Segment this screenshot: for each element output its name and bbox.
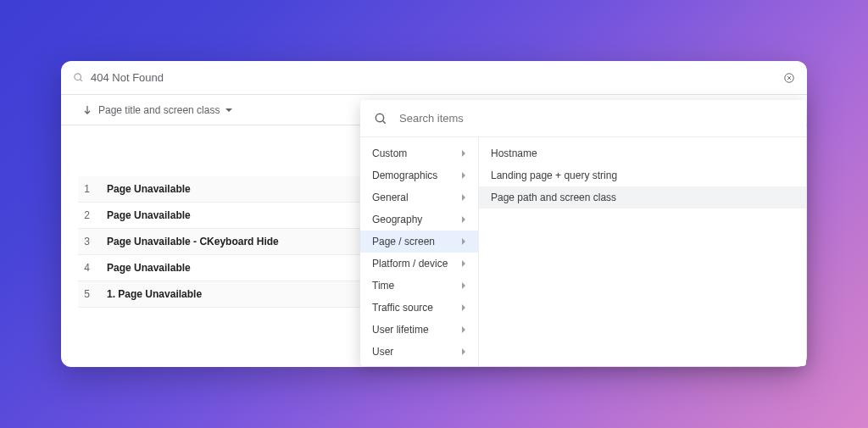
row-index: 1 xyxy=(78,176,102,203)
category-custom[interactable]: Custom xyxy=(360,142,478,164)
category-page-screen[interactable]: Page / screen xyxy=(360,231,478,253)
category-label: Time xyxy=(372,280,394,292)
caret-down-icon xyxy=(225,108,233,113)
category-traffic-source[interactable]: Traffic source xyxy=(360,297,478,319)
svg-marker-12 xyxy=(462,216,465,223)
chevron-right-icon xyxy=(461,259,466,268)
row-index: 5 xyxy=(78,281,102,308)
category-user-lifetime[interactable]: User lifetime xyxy=(360,319,478,341)
svg-marker-13 xyxy=(462,238,465,245)
subitem-hostname[interactable]: Hostname xyxy=(479,142,806,164)
svg-point-7 xyxy=(376,114,383,121)
clear-icon[interactable] xyxy=(783,72,795,84)
chevron-right-icon xyxy=(461,193,466,202)
chevron-right-icon xyxy=(461,215,466,224)
svg-marker-6 xyxy=(225,108,232,112)
category-label: User xyxy=(372,346,393,358)
category-demographics[interactable]: Demographics xyxy=(360,164,478,186)
category-label: Custom xyxy=(372,147,407,159)
svg-marker-18 xyxy=(462,348,465,355)
category-label: General xyxy=(372,192,409,203)
row-index: 3 xyxy=(78,229,102,255)
dimension-label: Page title and screen class xyxy=(98,104,220,116)
dimension-picker-dropdown: Custom Demographics General Geography Pa… xyxy=(360,100,806,366)
search-icon xyxy=(374,112,387,125)
svg-marker-16 xyxy=(462,304,465,311)
chevron-right-icon xyxy=(461,281,466,290)
chevron-right-icon xyxy=(461,325,466,334)
top-search-bar xyxy=(61,61,807,95)
category-column: Custom Demographics General Geography Pa… xyxy=(360,137,479,366)
category-general[interactable]: General xyxy=(360,186,478,208)
subitem-column: Hostname Landing page + query string Pag… xyxy=(479,137,806,366)
category-time[interactable]: Time xyxy=(360,275,478,297)
svg-line-1 xyxy=(80,79,81,81)
category-label: Demographics xyxy=(372,170,437,181)
chevron-right-icon xyxy=(461,347,466,356)
dropdown-search-bar xyxy=(360,100,806,137)
category-label: Platform / device xyxy=(372,258,448,270)
category-user[interactable]: User xyxy=(360,341,478,363)
svg-point-0 xyxy=(75,74,81,81)
subitem-label: Page path and screen class xyxy=(491,192,616,203)
svg-marker-9 xyxy=(462,150,465,157)
search-icon xyxy=(73,72,84,83)
subitem-landing-page[interactable]: Landing page + query string xyxy=(479,164,806,186)
subitem-label: Landing page + query string xyxy=(491,170,617,181)
category-label: User lifetime xyxy=(372,324,429,336)
svg-marker-15 xyxy=(462,282,465,289)
subitem-label: Hostname xyxy=(491,147,537,159)
category-label: Geography xyxy=(372,214,422,225)
category-geography[interactable]: Geography xyxy=(360,208,478,231)
chevron-right-icon xyxy=(461,171,466,180)
chevron-right-icon xyxy=(461,303,466,312)
svg-line-8 xyxy=(382,120,385,123)
chevron-right-icon xyxy=(461,149,466,158)
svg-marker-17 xyxy=(462,326,465,333)
row-index: 4 xyxy=(78,255,102,281)
sort-down-icon xyxy=(83,105,92,115)
dropdown-search-input[interactable] xyxy=(399,112,793,125)
svg-marker-10 xyxy=(462,172,465,179)
category-label: Traffic source xyxy=(372,302,433,314)
chevron-right-icon xyxy=(461,237,466,246)
top-search-input[interactable] xyxy=(91,71,776,84)
row-index: 2 xyxy=(78,203,102,229)
category-label: Page / screen xyxy=(372,236,435,247)
svg-marker-11 xyxy=(462,194,465,201)
svg-marker-14 xyxy=(462,260,465,267)
category-platform-device[interactable]: Platform / device xyxy=(360,253,478,275)
subitem-page-path[interactable]: Page path and screen class xyxy=(479,186,806,208)
